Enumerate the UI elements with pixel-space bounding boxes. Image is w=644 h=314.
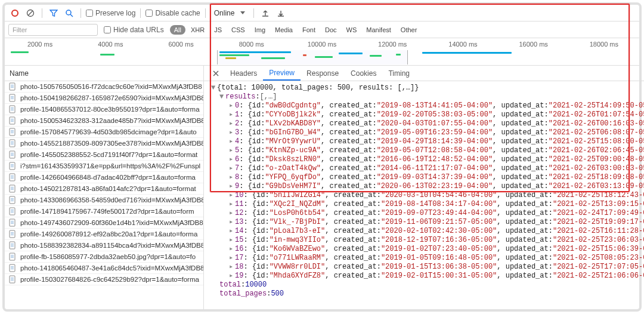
result-row[interactable]: ▸0: {id: "dwB0dCgdntg", created_at: "201… (206, 101, 644, 110)
filter-chip-img[interactable]: Img (250, 25, 270, 35)
request-row[interactable]: i?stm=1614353599371&e=pp&url=https%3A%2F… (5, 161, 203, 172)
close-details-button[interactable] (208, 66, 224, 81)
record-button[interactable] (8, 7, 21, 20)
filter-chip-ws[interactable]: WS (342, 25, 361, 35)
upload-icon (261, 9, 270, 17)
request-row[interactable]: photo-1497436072909-60f360e1d4b1?ixid=MX… (5, 217, 203, 229)
request-row[interactable]: profile-1426604966848-d7adac402bff?dpr=1… (5, 172, 203, 183)
filter-placeholder: Filter (13, 26, 27, 33)
result-row[interactable]: ▸19: {id: "Mhda6XYdFZ8", created_at: "20… (206, 272, 644, 281)
svg-rect-12 (11, 98, 14, 99)
disable-cache-input[interactable] (145, 10, 153, 17)
result-row[interactable]: ▸10: {id: "5nlIJwIZGi4", created_at: "20… (206, 191, 644, 200)
result-row[interactable]: ▸14: {id: "pLoal7b3-eI", created_at: "20… (206, 227, 644, 236)
hide-data-urls-input[interactable] (104, 26, 111, 33)
filter-chip-xhr[interactable]: XHR (187, 25, 209, 35)
request-row[interactable]: profile-1540865537012-80ce3b955019?dpr=1… (5, 104, 203, 115)
result-row[interactable]: ▸9: {id: "G9bDsVeHM7I", created_at: "202… (206, 182, 644, 191)
name-column-header[interactable]: Name (5, 66, 203, 81)
svg-rect-71 (11, 267, 14, 268)
file-icon (8, 162, 17, 170)
filter-chip-media[interactable]: Media (271, 25, 297, 35)
svg-rect-46 (11, 198, 14, 199)
request-row[interactable]: photo-1504198266287-1659872e6590?ixid=MX… (5, 93, 203, 104)
tab-cookies[interactable]: Cookies (345, 66, 382, 81)
result-row[interactable]: ▸8: {id: "YFPQ_6yqfDo", created_at: "201… (206, 173, 644, 182)
preserve-log-checkbox[interactable]: Preserve log (86, 9, 135, 17)
clear-button[interactable] (24, 7, 37, 20)
timeline-tick: 10000 ms (287, 41, 357, 48)
download-icon (277, 9, 285, 17)
disable-cache-checkbox[interactable]: Disable cache (145, 9, 200, 17)
request-row[interactable]: profile-1471894175967-749fe500172d?dpr=1… (5, 206, 203, 217)
file-icon (8, 264, 17, 272)
result-row[interactable]: ▸17: {id: "o771LWRaaRM", created_at: "20… (206, 254, 644, 263)
result-row[interactable]: ▸5: {id: "KtnNZp-uc9A", created_at: "201… (206, 146, 644, 155)
file-icon (8, 94, 17, 102)
filter-toggle[interactable] (47, 7, 60, 20)
svg-rect-63 (11, 245, 14, 245)
clear-icon (26, 9, 35, 17)
timeline-tick: 14000 ms (428, 41, 498, 48)
filter-input[interactable]: Filter (8, 24, 98, 36)
svg-rect-22 (11, 130, 14, 131)
request-row[interactable]: profile-1570845779639-4d503db985dcimage?… (5, 127, 203, 138)
filter-chip-js[interactable]: JS (210, 25, 226, 35)
request-row[interactable]: profile-1503027684826-c9c642529b92?dpr=1… (5, 274, 203, 285)
request-row[interactable]: photo-1433086966358-54859d0ed716?ixid=MX… (5, 195, 203, 206)
svg-rect-18 (11, 119, 14, 119)
svg-rect-44 (11, 189, 14, 190)
filter-chip-all[interactable]: All (170, 25, 185, 35)
hide-data-urls-checkbox[interactable]: Hide data URLs (104, 26, 164, 34)
request-row[interactable]: profile-1492600878912-ef92a8bc20a1?dpr=1… (5, 229, 203, 240)
tab-preview[interactable]: Preview (263, 66, 301, 81)
download-har-button[interactable] (274, 7, 287, 20)
request-name: photo-1504198266287-1659872e6590?ixid=MX… (20, 94, 203, 101)
tab-headers[interactable]: Headers (224, 66, 263, 81)
result-row[interactable]: ▸12: {id: "LosP0h6tb54", created_at: "20… (206, 209, 644, 218)
file-icon (8, 128, 17, 136)
result-row[interactable]: ▸1: {id: "CYYoDBjlk2k", created_at: "201… (206, 110, 644, 119)
tab-response[interactable]: Response (301, 66, 345, 81)
tab-timing[interactable]: Timing (382, 66, 416, 81)
result-row[interactable]: ▸15: {id: "in-mwq3YIIo", created_at: "20… (206, 236, 644, 245)
search-button[interactable] (63, 7, 76, 20)
file-icon (8, 82, 17, 91)
result-row[interactable]: ▸4: {id: "MVrOt9YywrU", created_at: "201… (206, 137, 644, 146)
request-row[interactable]: photo-1450212878143-a86fa014afc2?dpr=1&a… (5, 183, 203, 195)
svg-rect-27 (11, 143, 14, 143)
filter-chip-css[interactable]: CSS (227, 25, 249, 35)
funnel-icon (49, 9, 58, 17)
throttle-value: Online (214, 9, 235, 17)
request-row[interactable]: profile-fb-1586085977-2dbda32aeb50.jpg?d… (5, 251, 203, 263)
result-row[interactable]: ▸2: {id: "LXv2bKABD8Y", created_at: "202… (206, 119, 644, 128)
request-row[interactable]: photo-1500534623283-312aade485b7?ixid=MX… (5, 115, 203, 127)
request-row[interactable]: photo-1588392382834-a891154bca4d?ixid=MX… (5, 240, 203, 251)
request-row[interactable]: photo-1455218873509-8097305ee378?ixid=MX… (5, 138, 203, 149)
result-row[interactable]: ▸3: {id: "bGInG7BO_W4", created_at: "201… (206, 128, 644, 137)
request-row[interactable]: profile-1455052388552-5cd7191f40f7?dpr=1… (5, 149, 203, 161)
upload-har-button[interactable] (259, 7, 272, 20)
request-row[interactable]: photo-1505765050516-f72dcac9c60e?ixid=MX… (5, 81, 203, 93)
throttle-select[interactable]: Online (210, 9, 249, 17)
filter-chip-doc[interactable]: Doc (321, 25, 341, 35)
filter-chip-manifest[interactable]: Manifest (362, 25, 395, 35)
svg-point-3 (66, 10, 71, 15)
result-row[interactable]: ▸18: {id: "VVWW8rr0LDI", created_at: "20… (206, 263, 644, 272)
filter-chip-other[interactable]: Other (397, 25, 422, 35)
filter-chip-font[interactable]: Font (298, 25, 320, 35)
result-row[interactable]: ▸6: {id: "Dksk8szLRN0", created_at: "201… (206, 155, 644, 164)
preview-pane[interactable]: ▼{total: 10000, total_pages: 500, result… (204, 81, 644, 309)
result-row[interactable]: ▸11: {id: "XQc2I_NQZdM", created_at: "20… (206, 200, 644, 209)
result-row[interactable]: ▸7: {id: "o-zOatT4kQw", created_at: "201… (206, 164, 644, 173)
timeline-overview[interactable]: 2000 ms4000 ms6000 ms8000 ms10000 ms1200… (5, 38, 639, 66)
svg-rect-64 (11, 246, 14, 247)
request-row[interactable]: photo-1418065460487-3e41a6c84dc5?ixid=MX… (5, 263, 203, 274)
file-icon (8, 105, 17, 113)
file-icon (8, 116, 17, 125)
svg-rect-26 (11, 141, 14, 142)
svg-rect-24 (11, 133, 14, 133)
result-row[interactable]: ▸16: {id: "Ko6WVaBZEwo", created_at: "20… (206, 245, 644, 254)
result-row[interactable]: ▸13: {id: "Vlk_-7BjPbI", created_at: "20… (206, 218, 644, 227)
preserve-log-input[interactable] (86, 10, 93, 17)
